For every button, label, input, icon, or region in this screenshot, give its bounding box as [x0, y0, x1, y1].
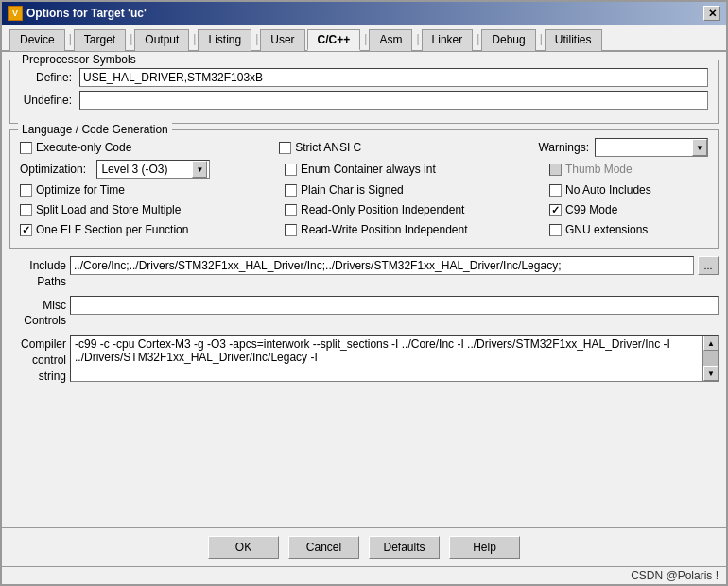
enum-container-item: Enum Container always int	[285, 161, 549, 178]
preprocessor-group: Preprocessor Symbols Define: Undefine:	[9, 60, 719, 124]
cancel-button[interactable]: Cancel	[288, 536, 359, 559]
one-elf-item: One ELF Section per Function	[20, 221, 285, 238]
warnings-input[interactable]	[596, 141, 692, 154]
include-paths-browse-button[interactable]: ...	[698, 256, 719, 275]
c99-mode-item: C99 Mode	[549, 201, 617, 218]
undefine-input[interactable]	[79, 91, 708, 110]
preprocessor-title: Preprocessor Symbols	[18, 53, 140, 66]
tab-asm[interactable]: Asm	[369, 29, 412, 51]
title-bar-title: V Options for Target 'uc'	[8, 6, 147, 21]
misc-controls-label: Misc Controls	[9, 296, 66, 330]
plain-char-item: Plain Char is Signed	[285, 181, 549, 198]
thumb-mode-item: Thumb Mode	[549, 161, 633, 178]
tab-utilities[interactable]: Utilities	[545, 29, 602, 51]
misc-controls-input[interactable]	[70, 296, 719, 315]
status-text: CSDN @Polaris !	[631, 569, 719, 582]
compiler-scrollbar[interactable]: ▲ ▼	[702, 336, 718, 381]
compiler-area-wrapper: -c99 -c -cpu Cortex-M3 -g -O3 -apcs=inte…	[70, 335, 719, 382]
tab-output[interactable]: Output	[134, 29, 189, 51]
gnu-extensions-item: GNU extensions	[549, 221, 648, 238]
no-auto-includes-checkbox[interactable]	[549, 184, 562, 197]
optimize-time-checkbox[interactable]	[20, 184, 32, 197]
split-load-label: Split Load and Store Multiple	[36, 203, 181, 216]
optimize-time-item: Optimize for Time	[20, 181, 285, 198]
gnu-extensions-label: GNU extensions	[565, 223, 648, 236]
thumb-mode-checkbox[interactable]	[549, 164, 562, 176]
title-bar: V Options for Target 'uc' ✕	[2, 2, 726, 25]
tab-target[interactable]: Target	[74, 29, 126, 51]
read-only-pos-item: Read-Only Position Independent	[285, 201, 549, 218]
strict-ansi-item: Strict ANSI C	[279, 139, 538, 156]
read-only-pos-checkbox[interactable]	[285, 204, 297, 216]
define-label: Define:	[20, 71, 72, 84]
scroll-down-button[interactable]: ▼	[703, 366, 719, 381]
tab-linker[interactable]: Linker	[422, 29, 474, 51]
one-elf-label: One ELF Section per Function	[36, 223, 188, 236]
one-elf-checkbox[interactable]	[20, 224, 32, 236]
tab-listing[interactable]: Listing	[198, 29, 251, 51]
status-bar: CSDN @Polaris !	[2, 566, 726, 584]
language-title: Language / Code Generation	[18, 123, 172, 136]
warnings-label: Warnings:	[538, 141, 589, 154]
c99-mode-checkbox[interactable]	[549, 204, 562, 216]
warnings-arrow[interactable]: ▼	[692, 139, 707, 156]
execute-only-checkbox[interactable]	[20, 142, 32, 154]
compiler-row: Compiler control string -c99 -c -cpu Cor…	[9, 335, 719, 384]
split-load-checkbox[interactable]	[20, 204, 32, 216]
plain-char-label: Plain Char is Signed	[301, 183, 404, 197]
execute-only-label: Execute-only Code	[36, 141, 131, 154]
no-auto-includes-label: No Auto Includes	[565, 183, 651, 197]
tab-debug[interactable]: Debug	[481, 29, 535, 51]
strict-ansi-label: Strict ANSI C	[295, 141, 361, 154]
split-load-item: Split Load and Store Multiple	[20, 201, 285, 218]
tab-cpp[interactable]: C/C++	[307, 29, 361, 51]
help-button[interactable]: Help	[449, 536, 520, 559]
optimization-select[interactable]: Level 3 (-O3) ▼	[96, 160, 210, 179]
close-button[interactable]: ✕	[703, 6, 720, 21]
main-content: Preprocessor Symbols Define: Undefine: L…	[2, 52, 726, 527]
app-icon: V	[8, 6, 23, 21]
enum-container-label: Enum Container always int	[301, 163, 436, 176]
c99-mode-label: C99 Mode	[565, 203, 617, 216]
scroll-track	[703, 351, 718, 366]
plain-char-checkbox[interactable]	[285, 184, 297, 197]
compiler-label: Compiler control string	[9, 335, 66, 384]
undefine-label: Undefine:	[20, 94, 72, 107]
tabs-bar: Device | Target | Output | Listing | Use…	[2, 25, 726, 52]
tab-device[interactable]: Device	[9, 29, 65, 51]
optimization-label: Optimization:	[20, 163, 86, 176]
tab-user[interactable]: User	[260, 29, 304, 51]
read-only-pos-label: Read-Only Position Independent	[301, 203, 464, 216]
read-write-pos-item: Read-Write Position Independent	[285, 221, 549, 238]
optimize-time-label: Optimize for Time	[36, 183, 125, 197]
enum-container-checkbox[interactable]	[285, 164, 297, 176]
read-write-pos-label: Read-Write Position Independent	[301, 223, 468, 236]
scroll-up-button[interactable]: ▲	[703, 336, 719, 351]
define-input[interactable]	[79, 68, 708, 87]
optimization-row: Optimization: Level 3 (-O3) ▼	[20, 160, 285, 179]
no-auto-includes-item: No Auto Includes	[549, 181, 651, 198]
include-paths-label: Include Paths	[9, 256, 66, 290]
optimization-arrow[interactable]: ▼	[192, 161, 207, 178]
execute-only-item: Execute-only Code	[20, 139, 279, 156]
warnings-row: Warnings: ▼	[538, 138, 708, 157]
ok-button[interactable]: OK	[208, 536, 279, 559]
misc-controls-row: Misc Controls	[9, 296, 719, 330]
undefine-row: Undefine:	[20, 91, 708, 110]
compiler-text: -c99 -c -cpu Cortex-M3 -g -O3 -apcs=inte…	[75, 337, 670, 364]
optimization-value: Level 3 (-O3)	[99, 163, 192, 176]
include-paths-input[interactable]	[70, 256, 694, 275]
define-row: Define:	[20, 68, 708, 87]
warnings-dropdown[interactable]: ▼	[595, 138, 708, 157]
compiler-area: -c99 -c -cpu Cortex-M3 -g -O3 -apcs=inte…	[70, 335, 719, 382]
gnu-extensions-checkbox[interactable]	[549, 224, 562, 236]
bottom-bar: OK Cancel Defaults Help	[2, 527, 726, 566]
read-write-pos-checkbox[interactable]	[285, 224, 297, 236]
defaults-button[interactable]: Defaults	[369, 536, 440, 559]
strict-ansi-checkbox[interactable]	[279, 142, 291, 154]
include-paths-row: Include Paths ...	[9, 256, 719, 290]
language-group: Language / Code Generation Execute-only …	[9, 129, 719, 249]
thumb-mode-label: Thumb Mode	[565, 163, 633, 176]
